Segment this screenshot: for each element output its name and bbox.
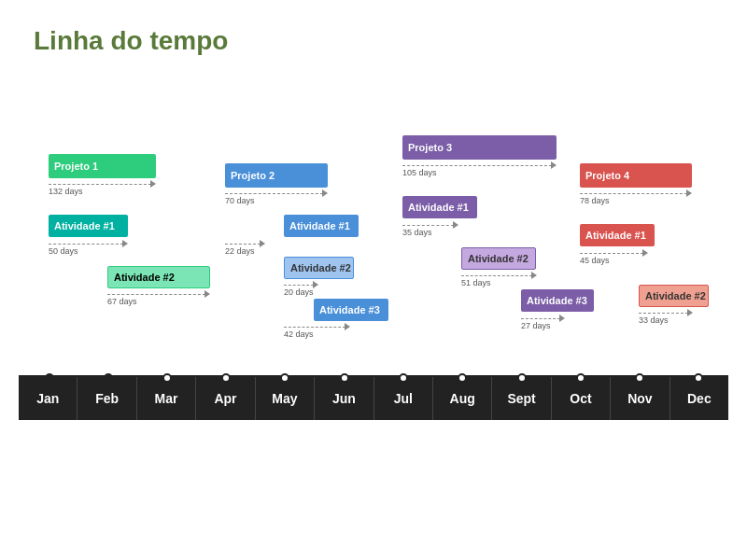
tick-sept: [517, 373, 527, 383]
p3a2-duration-line: [461, 275, 532, 276]
p1a2-duration-text: 67 days: [107, 297, 137, 306]
project-3-bar: Projeto 3: [402, 135, 557, 160]
tick-may: [280, 373, 289, 383]
p1-activity2-bar: Atividade #2: [107, 266, 210, 288]
month-sept: Sept: [492, 377, 551, 420]
tick-jun: [340, 373, 349, 383]
tick-feb: [104, 373, 113, 383]
p4a2-duration-line: [639, 313, 688, 314]
p2a2-duration-text: 20 days: [284, 287, 314, 297]
month-mar: Mar: [137, 377, 196, 420]
project-4-bar: Projeto 4: [580, 163, 692, 188]
p2-activity2-bar: Atividade #2: [284, 257, 354, 279]
tick-aug: [458, 373, 467, 383]
page-title: Linha do tempo: [34, 26, 228, 56]
timeline-baseline: [19, 375, 728, 377]
p4a1-duration-text: 45 days: [580, 256, 610, 265]
p1a2-duration-line: [107, 294, 205, 295]
p3a3-duration-line: [521, 318, 560, 319]
month-jul: Jul: [374, 377, 433, 420]
tick-oct: [576, 373, 585, 383]
p2-duration-line: [225, 193, 323, 194]
p1-duration-line: [49, 184, 151, 185]
tick-mar: [162, 373, 172, 383]
tick-dec: [694, 373, 703, 383]
month-aug: Aug: [433, 377, 492, 420]
p1-duration-text: 132 days: [49, 187, 83, 196]
month-feb: Feb: [78, 377, 136, 420]
p2-duration-text: 70 days: [225, 196, 255, 205]
p3a2-duration-text: 51 days: [461, 278, 491, 287]
p3-duration-line: [402, 165, 552, 166]
tick-apr: [221, 373, 231, 383]
p4-activity1-bar: Atividade #1: [580, 224, 655, 246]
month-dec: Dec: [670, 377, 728, 420]
tick-jan: [45, 373, 54, 383]
month-may: May: [256, 377, 315, 420]
p3a1-duration-text: 35 days: [402, 228, 432, 237]
p3-duration-text: 105 days: [402, 168, 437, 177]
project-2-bar: Projeto 2: [225, 163, 328, 188]
month-jan: Jan: [19, 377, 78, 420]
p3-activity1-bar: Atividade #1: [402, 196, 477, 218]
month-jun: Jun: [315, 377, 374, 420]
p3a3-duration-text: 27 days: [521, 321, 551, 330]
p3-activity3-bar: Atividade #3: [521, 289, 594, 312]
p2-activity1-bar: Atividade #1: [284, 215, 359, 237]
month-apr: Apr: [196, 377, 255, 420]
p3a1-duration-line: [402, 225, 454, 226]
p2a1-duration-text: 22 days: [225, 246, 255, 256]
p1-activity1-bar: Atividade #1: [49, 215, 128, 237]
tick-nov: [635, 373, 644, 383]
p2a3-duration-text: 42 days: [284, 329, 314, 339]
p2a3-duration-line: [284, 327, 345, 328]
p3-activity2-bar: Atividade #2: [461, 247, 536, 270]
p4a2-duration-text: 33 days: [639, 315, 669, 325]
p4a1-duration-line: [580, 253, 643, 254]
tick-jul: [399, 373, 408, 383]
p1a1-duration-text: 50 days: [49, 246, 78, 256]
p1a1-duration-line: [49, 244, 123, 245]
p2-activity3-bar: Atividade #3: [314, 299, 388, 321]
month-nov: Nov: [611, 377, 669, 420]
p4-duration-text: 78 days: [580, 196, 610, 205]
p2a1-duration-line: [225, 244, 261, 245]
project-1-bar: Projeto 1: [49, 154, 156, 178]
p2a2-duration-line: [284, 285, 314, 286]
p4-duration-line: [580, 193, 687, 194]
p4-activity2-bar: Atividade #2: [639, 285, 709, 307]
month-oct: Oct: [552, 377, 611, 420]
month-bar: Jan Feb Mar Apr May Jun Jul Aug Sept Oct…: [19, 377, 728, 420]
timeline-container: Jan Feb Mar Apr May Jun Jul Aug Sept Oct…: [19, 93, 728, 420]
